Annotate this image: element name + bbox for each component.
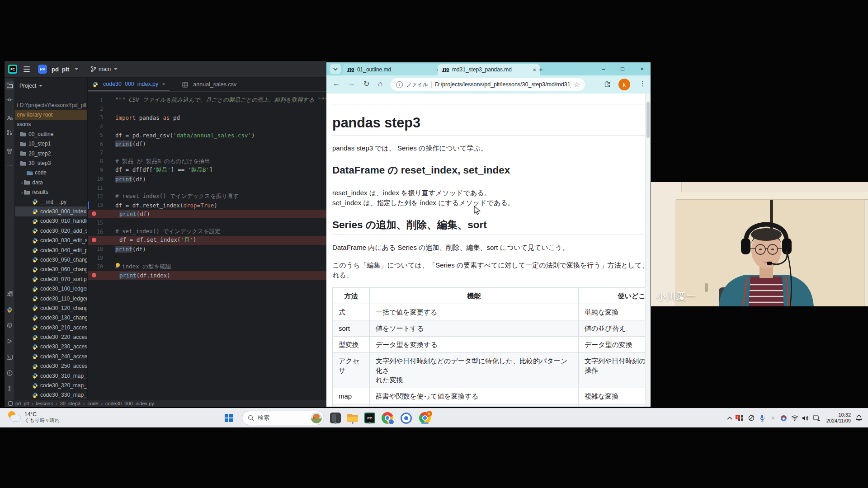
tree-item[interactable]: env library root <box>15 110 87 119</box>
tree-item[interactable]: code30_050_change_l <box>15 255 87 264</box>
tree-item[interactable]: t D:¥projects¥lessons¥pd_plt <box>15 100 87 110</box>
line-number-gutter[interactable]: 3 <box>88 114 106 121</box>
scrollbar[interactable] <box>645 94 651 407</box>
tree-item[interactable]: 20_step2 <box>15 149 87 158</box>
terminal-tool-icon[interactable] <box>5 353 14 361</box>
commit-tool-icon[interactable] <box>5 96 14 104</box>
tree-item[interactable]: ›results <box>15 188 87 197</box>
line-number-gutter[interactable]: 5 <box>88 132 106 138</box>
chrome-profile-k-button[interactable]: k <box>419 412 431 424</box>
new-tab-button[interactable]: + <box>539 66 543 73</box>
tree-item[interactable]: code30_240_accsesor_s <box>15 352 87 361</box>
line-number-gutter[interactable]: 6 <box>88 141 106 147</box>
close-icon[interactable]: × <box>533 66 536 73</box>
breadcrumb-item[interactable]: code30_000_index.py <box>105 401 154 406</box>
tree-item[interactable]: code30_020_add_serie <box>15 226 87 235</box>
extensions-puzzle-icon[interactable] <box>604 80 610 89</box>
code-editor[interactable]: 1""" CSV ファイルを読み込んで、月ごとの製品ごとの売上、粗利を取得する … <box>88 92 326 400</box>
close-icon[interactable]: × <box>162 81 165 87</box>
back-button[interactable]: ← <box>333 80 340 88</box>
line-number-gutter[interactable]: 16 <box>88 229 106 235</box>
project-panel-header[interactable]: Project <box>15 80 87 91</box>
browser-tab-pandas[interactable]: m md31_step3_pandas.md × <box>438 64 540 75</box>
tree-item[interactable]: 30_step3 <box>15 158 87 168</box>
project-tool-icon[interactable] <box>5 81 14 89</box>
line-number-gutter[interactable] <box>88 237 110 244</box>
line-number-gutter[interactable]: 9 <box>88 167 106 174</box>
structure-tool-icon[interactable] <box>5 147 14 155</box>
git-branch-widget[interactable]: main <box>91 66 118 72</box>
url-text[interactable]: D:/projects/lessons/pd_plt/lessons/30_st… <box>435 81 571 88</box>
line-number-gutter[interactable]: 20 <box>88 263 106 270</box>
line-number-gutter[interactable]: 2 <box>88 106 106 112</box>
line-number-gutter[interactable]: 13 <box>88 202 106 208</box>
breadcrumb-item[interactable]: code <box>88 401 99 406</box>
tree-item[interactable]: code30_310_map_dict <box>15 371 87 380</box>
reload-button[interactable]: ↻ <box>363 80 369 88</box>
breadcrumb-item[interactable]: lessons <box>36 401 53 406</box>
tree-item[interactable]: code30_330_map_dat <box>15 390 87 400</box>
profile-avatar[interactable]: k <box>618 79 630 90</box>
tree-item[interactable]: code30_040_edit_part <box>15 245 87 255</box>
problems-tool-icon[interactable] <box>5 369 14 377</box>
editor-tab-annual-sales[interactable]: annual_sales.csv <box>178 78 241 91</box>
browser-menu-icon[interactable]: ⋮ <box>639 80 646 88</box>
tree-item[interactable]: code30_100_ledger_xl <box>15 284 87 293</box>
tray-expand-icon[interactable] <box>724 417 735 420</box>
chrome-taskbar-button[interactable] <box>381 412 394 424</box>
minimize-button[interactable]: – <box>597 62 610 75</box>
project-badge[interactable]: PP <box>38 65 47 74</box>
tree-item[interactable]: 00_outline <box>15 129 87 139</box>
tree-item[interactable]: code30_230_accesor_s <box>15 342 87 352</box>
editor-tab-code30-000-index[interactable]: code30_000_index.py × <box>88 78 170 91</box>
tree-item[interactable]: code30_120_change_c <box>15 303 87 313</box>
vcs-tool-icon[interactable] <box>5 385 14 393</box>
taskbar-app-dark[interactable] <box>329 412 342 424</box>
line-number-gutter[interactable]: 7 <box>88 150 106 156</box>
line-number-gutter[interactable]: 4 <box>88 123 106 130</box>
x-app-icon[interactable]: × <box>768 414 778 422</box>
line-number-gutter[interactable]: 1 <box>88 97 106 103</box>
run-tool-icon[interactable] <box>5 337 14 345</box>
notification-bell-icon[interactable] <box>854 415 864 422</box>
search-box[interactable]: 検索 <box>242 411 324 425</box>
scrollbar-thumb[interactable] <box>646 102 650 138</box>
excel-viewer-tool-icon[interactable] <box>5 290 14 298</box>
line-number-gutter[interactable]: 19 <box>88 255 106 261</box>
info-icon[interactable]: i <box>396 81 403 88</box>
tree-item[interactable]: code30_060_change_l <box>15 265 87 274</box>
tree-item[interactable]: code30_220_accesor_s <box>15 332 87 342</box>
screen-share-icon[interactable] <box>811 415 822 421</box>
tree-item[interactable]: code30_320_map_seri <box>15 380 87 390</box>
tree-item[interactable]: ssons <box>15 120 87 129</box>
volume-icon[interactable] <box>800 415 811 421</box>
line-number-gutter[interactable] <box>88 211 110 217</box>
tree-item[interactable]: code30_110_ledger_cs <box>15 294 87 303</box>
line-number-gutter[interactable]: 18 <box>88 246 106 252</box>
breakpoint-icon[interactable] <box>92 211 96 216</box>
tree-item[interactable]: code30_030_edit_serie <box>15 235 87 245</box>
tree-item[interactable]: code30_010_handle_s <box>15 216 87 226</box>
tree-item[interactable]: ›data <box>15 178 87 187</box>
address-bar[interactable]: i ファイル D:/projects/lessons/pd_plt/lesson… <box>391 78 585 91</box>
services-tool-icon[interactable] <box>5 321 14 329</box>
breakpoint-icon[interactable] <box>92 238 96 242</box>
tab-search-button[interactable] <box>330 64 341 74</box>
camera-off-icon[interactable] <box>746 415 757 421</box>
project-name[interactable]: pd_plt <box>52 66 69 73</box>
tree-item[interactable]: code30_070_sort.py <box>15 274 87 284</box>
notification-badge-icon[interactable]: 1 <box>735 415 746 421</box>
line-number-gutter[interactable]: 11 <box>88 185 106 191</box>
pull-requests-tool-icon[interactable] <box>5 128 14 136</box>
clock[interactable]: 10:32 2024/11/09 <box>826 412 851 424</box>
weather-widget[interactable]: 14°C くもり時々晴れ <box>7 410 60 424</box>
line-number-gutter[interactable]: 12 <box>88 193 106 200</box>
home-button[interactable]: ⌂ <box>378 80 382 89</box>
tree-item[interactable]: code <box>15 168 87 178</box>
forward-button[interactable]: → <box>348 80 355 88</box>
line-number-gutter[interactable]: 8 <box>88 158 106 164</box>
breadcrumb-item[interactable]: 30_step3 <box>60 401 80 406</box>
sphere-app-icon[interactable] <box>778 415 789 422</box>
close-button[interactable]: × <box>635 62 649 75</box>
pycharm-taskbar-button[interactable]: PC <box>363 412 376 424</box>
